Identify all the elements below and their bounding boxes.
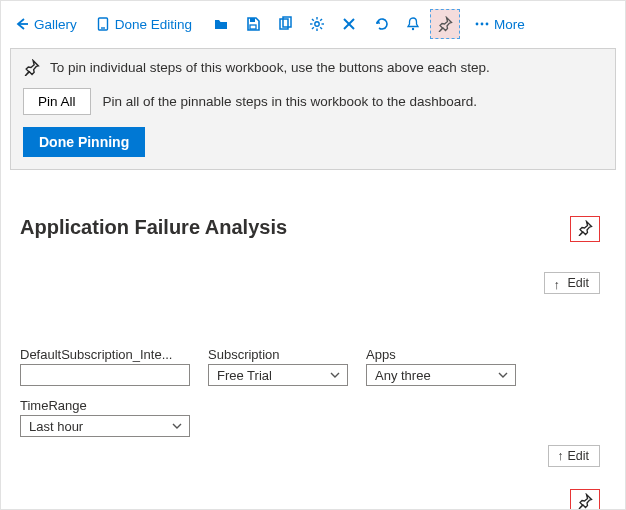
cancel-button[interactable] (334, 9, 364, 39)
undo-button[interactable] (366, 9, 396, 39)
edit-label: Edit (567, 449, 589, 463)
arrow-left-icon (14, 16, 30, 32)
page-title: Application Failure Analysis (20, 216, 606, 239)
param-value: Free Trial (217, 368, 272, 383)
copy-icon (277, 16, 293, 32)
done-pinning-button[interactable]: Done Pinning (23, 127, 145, 157)
pin-icon (577, 493, 593, 511)
param-label: Apps (366, 347, 516, 362)
bell-icon (405, 16, 421, 32)
pin-hint-text: To pin individual steps of this workbook… (50, 60, 490, 75)
param-subscription: Subscription Free Trial (208, 347, 348, 386)
x-icon (341, 16, 357, 32)
section-step: ↑ Edit (20, 483, 606, 510)
edit-label: Edit (567, 276, 589, 290)
more-label: More (494, 17, 525, 32)
edit-step-button[interactable]: ↑ Edit (544, 272, 600, 294)
parameters-grid: DefaultSubscription_Inte... Subscription… (20, 347, 540, 437)
pin-icon (577, 220, 593, 239)
pin-toolbar-button[interactable] (430, 9, 460, 39)
pin-step-button[interactable] (570, 216, 600, 242)
pin-step-button[interactable] (570, 489, 600, 510)
pin-icon (437, 16, 453, 32)
back-button[interactable]: Gallery (10, 9, 81, 39)
gear-icon (309, 16, 325, 32)
alerts-button[interactable] (398, 9, 428, 39)
edit-step-button[interactable]: ↑ Edit (548, 445, 600, 467)
save-button[interactable] (238, 9, 268, 39)
chevron-down-icon (171, 420, 183, 432)
folder-icon (213, 16, 229, 32)
param-dropdown[interactable]: Last hour (20, 415, 190, 437)
section-parameters: DefaultSubscription_Inte... Subscription… (20, 347, 606, 467)
done-editing-label: Done Editing (115, 17, 192, 32)
up-arrow-icon: ↑ (553, 278, 563, 288)
more-button[interactable]: More (470, 9, 529, 39)
open-button[interactable] (206, 9, 236, 39)
param-dropdown[interactable]: Free Trial (208, 364, 348, 386)
param-value: Any three (375, 368, 431, 383)
param-dropdown[interactable]: Any three (366, 364, 516, 386)
settings-button[interactable] (302, 9, 332, 39)
chevron-down-icon (497, 369, 509, 381)
pin-all-button[interactable]: Pin All (23, 88, 91, 115)
param-label: Subscription (208, 347, 348, 362)
back-label: Gallery (34, 17, 77, 32)
param-dropdown[interactable] (20, 364, 190, 386)
pin-all-desc: Pin all of the pinnable steps in this wo… (103, 94, 478, 109)
param-apps: Apps Any three (366, 347, 516, 386)
up-arrow-icon: ↑ (557, 449, 563, 463)
section-title: Application Failure Analysis ↑ Edit (20, 216, 606, 311)
workbook-content: Application Failure Analysis ↑ Edit Defa… (6, 170, 620, 510)
chevron-down-icon (329, 369, 341, 381)
done-editing-button[interactable]: Done Editing (91, 9, 196, 39)
pin-icon (23, 59, 40, 76)
param-label: DefaultSubscription_Inte... (20, 347, 190, 362)
param-value: Last hour (29, 419, 83, 434)
tablet-icon (95, 16, 111, 32)
dots-icon (474, 16, 490, 32)
pin-banner: To pin individual steps of this workbook… (10, 48, 616, 170)
toolbar: Gallery Done Editing More (6, 6, 620, 42)
param-time-range: TimeRange Last hour (20, 398, 190, 437)
param-label: TimeRange (20, 398, 190, 413)
undo-icon (373, 16, 389, 32)
save-icon (245, 16, 261, 32)
param-default-subscription: DefaultSubscription_Inte... (20, 347, 190, 386)
copy-button[interactable] (270, 9, 300, 39)
